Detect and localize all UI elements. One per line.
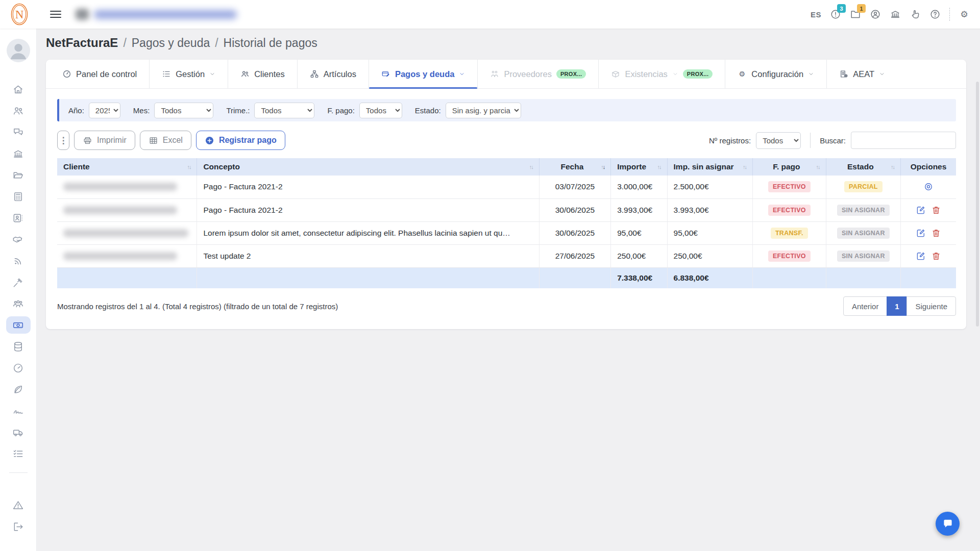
sidebar-item-clock[interactable] [6, 357, 31, 379]
print-button[interactable]: Imprimir [74, 131, 135, 150]
filter-quarter-select[interactable]: Todos [254, 103, 314, 118]
breadcrumb-page[interactable]: Historial de pagos [224, 36, 317, 50]
register-payment-button[interactable]: Registrar pago [196, 131, 285, 150]
cell-opciones [901, 244, 956, 267]
sidebar-item-chat[interactable] [6, 121, 31, 143]
column-header-importe[interactable]: Importe↑↓ [611, 158, 667, 176]
cell-fecha: 27/06/2025 [539, 244, 610, 267]
sidebar-item-rss[interactable] [6, 250, 31, 271]
svg-text:⚙: ⚙ [739, 70, 746, 78]
banknote-icon [12, 319, 24, 331]
user-avatar[interactable] [7, 39, 30, 62]
hand-pointer-icon[interactable] [910, 9, 921, 20]
tab-label: Proveedores [504, 69, 552, 79]
column-header-f-pago[interactable]: F. pago↑↓ [753, 158, 826, 176]
column-header-cliente[interactable]: Cliente↑↓ [57, 158, 197, 176]
edit-row-button[interactable] [916, 205, 926, 215]
cell-cliente [57, 221, 197, 244]
delete-row-button[interactable] [931, 205, 941, 215]
filter-month-select[interactable]: Todos [154, 103, 213, 118]
column-header-concepto[interactable]: Concepto↑↓ [197, 158, 539, 176]
sidebar-item-leaf[interactable] [6, 379, 31, 400]
tab-label: Existencias [625, 69, 667, 79]
sidebar-item-banknote[interactable] [6, 316, 31, 334]
sort-icon: ↑↓ [891, 164, 894, 170]
language-selector[interactable]: ES [811, 10, 821, 19]
search-input[interactable] [851, 132, 956, 149]
sidebar-item-signature[interactable] [6, 400, 31, 421]
alert-circle-icon[interactable]: 3 [830, 9, 841, 20]
tab-aeat[interactable]: AEAT [827, 60, 897, 88]
sidebar-item-home[interactable] [6, 79, 31, 100]
more-options-button[interactable]: ⋮ [57, 131, 69, 150]
records-count-select[interactable]: Todos [756, 132, 801, 149]
redacted-account-name [76, 9, 237, 20]
tab-configuraci-n[interactable]: ⚙Configuración [725, 60, 827, 88]
edit-row-button[interactable] [916, 251, 926, 261]
column-header-fecha[interactable]: Fecha↑↓ [539, 158, 610, 176]
user-group-icon [12, 298, 24, 310]
id-card-icon [12, 212, 24, 224]
sidebar-item-warning[interactable] [6, 494, 31, 516]
cell-fecha: 30/06/2025 [539, 221, 610, 244]
cell-importe: 250,00€ [611, 244, 667, 267]
app-logo-icon[interactable]: N [10, 3, 29, 26]
sidebar-item-checklist[interactable] [6, 443, 31, 464]
tab-label: Clientes [254, 69, 285, 79]
page-scrollbar[interactable] [976, 82, 979, 327]
truck-icon [12, 427, 24, 438]
sidebar-item-handshake[interactable] [6, 229, 31, 250]
handshake-icon [12, 234, 24, 245]
sidebar-item-gavel[interactable] [6, 271, 31, 293]
filter-year-select[interactable]: 2025 [89, 103, 120, 118]
tab-panel-de-control[interactable]: Panel de control [50, 60, 150, 88]
topbar-divider [949, 8, 950, 21]
next-page-button[interactable]: Siguiente [906, 296, 956, 316]
tab-gesti-n[interactable]: Gestión [150, 60, 228, 88]
sidebar-divider [9, 472, 28, 473]
sidebar-item-calculator[interactable] [6, 186, 31, 207]
bank-icon[interactable] [890, 9, 901, 20]
sidebar-item-logout[interactable] [6, 516, 31, 537]
folder-icon[interactable]: 1 [850, 9, 861, 20]
page-1-button[interactable]: 1 [887, 296, 907, 316]
gear-icon[interactable]: ⚙ [959, 9, 970, 20]
column-header-imp-sin-asignar[interactable]: Imp. sin asignar↑↓ [667, 158, 753, 176]
breadcrumb-app[interactable]: NetFacturaE [46, 36, 118, 50]
breadcrumb-section[interactable]: Pagos y deuda [132, 36, 210, 50]
menu-toggle-icon[interactable] [50, 11, 61, 18]
filter-status-select[interactable]: Sin asig. y parcial [446, 103, 521, 118]
excel-button[interactable]: Excel [140, 131, 191, 150]
filter-quarter-label: Trime.: [226, 106, 250, 115]
delete-row-button[interactable] [931, 251, 941, 261]
printer-icon [83, 136, 92, 145]
totals-empty-cell [57, 267, 197, 288]
column-label: Estado [832, 162, 889, 171]
user-circle-icon[interactable] [870, 9, 881, 20]
delete-row-button[interactable] [931, 228, 941, 238]
table-row: Lorem ipsum dolor sit amet, consectetur … [57, 221, 956, 244]
prev-page-button[interactable]: Anterior [843, 296, 888, 316]
filter-payment-select[interactable]: Todos [359, 103, 402, 118]
column-header-estado[interactable]: Estado↑↓ [826, 158, 900, 176]
tab-pagos-y-deuda[interactable]: Pagos y deuda [369, 60, 478, 88]
folder-open-icon [12, 169, 24, 181]
sidebar-item-truck[interactable] [6, 421, 31, 443]
chat-fab-button[interactable] [936, 512, 960, 536]
help-circle-icon[interactable] [929, 9, 941, 20]
suppliers-icon [490, 69, 499, 79]
home-icon [12, 84, 24, 95]
view-row-button[interactable] [923, 182, 934, 192]
chat-icon [12, 127, 24, 138]
tab-art-culos[interactable]: Artículos [298, 60, 369, 88]
sidebar-item-user-group[interactable] [6, 293, 31, 314]
filter-payment-label: F. pago: [327, 106, 354, 115]
sidebar-item-folder-open[interactable] [6, 164, 31, 186]
sidebar-item-users[interactable] [6, 100, 31, 121]
cell-imp-sin-asignar: 3.993,00€ [667, 198, 753, 221]
sidebar-item-bank[interactable] [6, 143, 31, 164]
edit-row-button[interactable] [916, 228, 926, 238]
sidebar-item-id-card[interactable] [6, 207, 31, 229]
sidebar-item-database[interactable] [6, 336, 31, 357]
tab-clientes[interactable]: Clientes [228, 60, 298, 88]
